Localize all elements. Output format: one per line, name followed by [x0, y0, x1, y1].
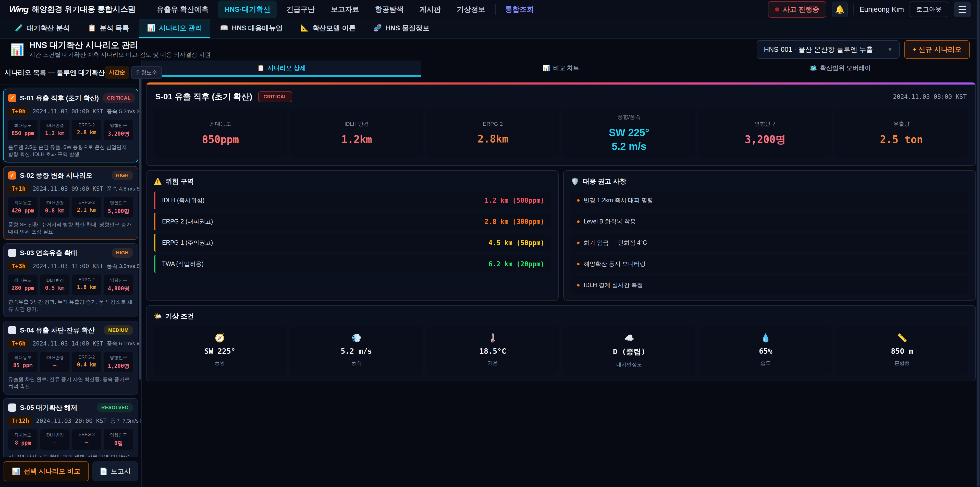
page-header: 📊 HNS 대기확산 시나리오 관리 시간·조건별 대기확산 예측 시나리오 비…	[0, 38, 980, 61]
recommendation-item: IDLH 경계 실시간 측정	[571, 276, 968, 294]
stat-idlh-radius: IDLH반경–	[40, 352, 69, 372]
scenario-checkbox[interactable]	[8, 326, 16, 334]
tab-scenario-detail[interactable]: 📋 시나리오 상세	[142, 61, 422, 77]
divider	[495, 4, 496, 15]
danger-zones-title: 위험 구역	[165, 177, 194, 186]
severity-badge: MEDIUM	[103, 325, 133, 335]
scenario-checkbox[interactable]: ✓	[8, 171, 16, 179]
stat-max-concentration: 최대농도8 ppm	[8, 429, 38, 450]
main-nav: 유출유 확산예측 HNS·대기확산 긴급구난 보고자료 항공탐색 게시판 기상정…	[150, 0, 761, 18]
scenario-wind: 풍속 7.3m/s NW	[110, 417, 142, 425]
nav-item-integrated-search[interactable]: 통합조회	[499, 0, 540, 18]
tab-dispersion-analysis[interactable]: 🧪 대기확산 분석	[6, 19, 78, 38]
danger-zone-row-erpg1: ERPG-1 (주의권고) 4.5 km (50ppm)	[154, 234, 551, 252]
thermometer-icon: 🌡️	[488, 333, 498, 343]
scenario-title: S-04 유출 차단·잔류 확산	[20, 326, 95, 335]
time-offset-badge: T+12h	[8, 416, 32, 426]
divider	[853, 4, 854, 15]
danger-zone-row-erpg2: ERPG-2 (대피권고) 2.8 km (300ppm)	[154, 213, 551, 230]
weather-title: 기상 조건	[165, 312, 194, 321]
chevron-down-icon: ▼	[887, 47, 892, 53]
scenario-title: S-03 연속유출 확대	[20, 249, 77, 257]
warning-icon: ⚠️	[154, 177, 162, 185]
nav-item-aerial-search[interactable]: 항공탐색	[369, 0, 410, 18]
scenario-checkbox[interactable]: ✓	[8, 94, 16, 102]
nav-item-reports[interactable]: 보고자료	[325, 0, 366, 18]
detail-stat-wind: 풍향/풍속 SW 225°5.2 m/s	[563, 109, 695, 158]
stat-idlh-radius: IDLH반경0.8 km	[40, 197, 69, 217]
report-button[interactable]: 📄 보고서	[92, 461, 138, 481]
severity-badge: CRITICAL	[102, 93, 135, 103]
scenario-description: 유출원 차단 완료. 잔류 증기 자연 확산중. 풍속 증가로 희석 촉진.	[8, 376, 133, 390]
nav-item-hns-atmospheric[interactable]: HNS·대기확산	[218, 0, 277, 18]
scenario-description: 톨루엔 2.5톤 순간 유출. SW 풍향으로 온산 산업단지 방향 확산. I…	[8, 144, 133, 158]
scenario-card-s03[interactable]: S-03 연속유출 확대 HIGH T+3h 2024.11.03 11:00 …	[3, 243, 138, 317]
scenario-datetime: 2024.11.03 20:00 KST	[36, 418, 107, 424]
tab-hns-manual[interactable]: 📖 HNS 대응매뉴얼	[212, 19, 291, 38]
scenario-card-s02[interactable]: ✓ S-02 풍향 변화 시나리오 HIGH T+1h 2024.11.03 0…	[3, 166, 138, 240]
danger-zones-panel: ⚠️ 위험 구역 IDLH (즉시위험) 1.2 km (500ppm) ERP…	[146, 170, 558, 300]
tab-hns-substance-info[interactable]: 🧬 HNS 물질정보	[366, 19, 438, 38]
page-scrollbar[interactable]	[977, 0, 980, 487]
nav-item-weather-info[interactable]: 기상정보	[451, 0, 492, 18]
bar-chart-icon: 📊	[12, 467, 20, 475]
scenario-description: 연속유출 3시간 경과. 누적 유출량 증가. 풍속 감소로 체류 시간 증가.	[8, 298, 133, 313]
nav-item-emergency-rescue[interactable]: 긴급구난	[280, 0, 321, 18]
tab-label: 시나리오 관리	[159, 24, 202, 33]
compare-scenarios-button[interactable]: 📊 선택 시나리오 비교	[3, 461, 89, 481]
stat-max-concentration: 최대농도85 ppm	[8, 352, 38, 372]
scenario-title: S-05 대기확산 해제	[20, 403, 77, 412]
stat-affected-population: 영향인구4,800명	[104, 275, 133, 295]
main-panel: 📋 시나리오 상세 📊 비교 차트 🗺️ 확산범위 오버레이 S-01 유출 직…	[142, 61, 980, 487]
notification-bell-button[interactable]: 🔔	[832, 2, 848, 18]
tab-analysis-list[interactable]: 📋 분석 목록	[80, 19, 137, 38]
severity-badge: HIGH	[111, 248, 134, 258]
sort-by-time-button[interactable]: 시간순	[105, 66, 129, 79]
time-offset-badge: T+1h	[8, 184, 29, 193]
tab-scenario-management[interactable]: 📊 시나리오 관리	[139, 19, 210, 38]
stat-idlh-radius: IDLH반경0.5 km	[40, 275, 69, 295]
scenario-detail-panel: S-01 유출 직후 (초기 확산) CRITICAL 2024.11.03 0…	[146, 82, 976, 166]
top-navigation-bar: Wing 해양환경 위기대응 통합시스템 유출유 확산예측 HNS·대기확산 긴…	[0, 0, 980, 19]
bullet-dot-icon	[577, 284, 579, 287]
content: 시나리오 목록 — 톨루엔 대기확산 시간순 위험도순 ✓ S-01 유출 직후…	[0, 61, 980, 487]
detail-stat-erpg2: ERPG-2 2.8km	[426, 109, 559, 158]
scenario-checkbox[interactable]	[8, 404, 16, 412]
logout-button[interactable]: 로그아웃	[910, 2, 948, 17]
ruler-icon: 📏	[897, 333, 907, 343]
tab-dispersion-overlay[interactable]: 🗺️ 확산범위 오버레이	[700, 61, 980, 77]
scenario-card-s05[interactable]: S-05 대기확산 해제 RESOLVED T+12h 2024.11.03 2…	[3, 398, 138, 457]
stat-affected-population: 영향인구1,200명	[104, 352, 133, 372]
tab-comparison-chart[interactable]: 📊 비교 차트	[422, 61, 701, 77]
sidebar-scrollbar[interactable]	[139, 78, 141, 380]
weather-card-temperature: 🌡️ 18.5°C 기온	[426, 326, 559, 375]
tab-model-theory[interactable]: 📐 확산모델 이론	[293, 19, 364, 38]
ruler-icon: 📐	[301, 24, 309, 32]
bell-icon: 🔔	[835, 5, 845, 14]
sidebar-title: 시나리오 목록 — 톨루엔 대기확산	[5, 68, 105, 77]
hamburger-menu-button[interactable]	[954, 2, 971, 18]
brand: Wing 해양환경 위기대응 통합시스템	[9, 4, 135, 14]
document-icon: 📄	[100, 467, 108, 475]
bullet-dot-icon	[577, 263, 579, 265]
scenario-checkbox[interactable]	[8, 249, 16, 257]
sub-tab-bar: 🧪 대기확산 분석 📋 분석 목록 📊 시나리오 관리 📖 HNS 대응매뉴얼 …	[0, 19, 980, 38]
stat-erpg2: ERPG-22.1 km	[72, 197, 101, 217]
tab-label: HNS 대응매뉴얼	[232, 24, 283, 33]
cloud-icon: ☁️	[624, 333, 634, 343]
scenario-card-s04[interactable]: S-04 유출 차단·잔류 확산 MEDIUM T+6h 2024.11.03 …	[3, 321, 138, 394]
sort-by-risk-button[interactable]: 위험도순	[131, 66, 162, 79]
new-scenario-button[interactable]: + 신규 시나리오	[904, 40, 970, 59]
stat-erpg2: ERPG-22.8 km	[72, 120, 101, 140]
scrollbar-thumb[interactable]	[977, 0, 980, 487]
incident-dot-icon	[775, 7, 779, 11]
nav-item-board[interactable]: 게시판	[414, 0, 447, 18]
bullet-dot-icon	[577, 220, 579, 223]
scenario-card-s01[interactable]: ✓ S-01 유출 직후 (초기 확산) CRITICAL T+0h 2024.…	[3, 89, 138, 163]
incident-select[interactable]: HNS-001 · 울산 온산항 톨루엔 누출 ▼	[757, 40, 900, 59]
recommendation-item: 해양확산 동시 모니터링	[571, 255, 968, 273]
wind-icon: 💨	[351, 333, 361, 343]
scenario-wind: 풍속 4.8m/s SE	[107, 185, 142, 192]
sun-cloud-icon: 🌤️	[154, 312, 162, 320]
nav-item-oil-spill-prediction[interactable]: 유출유 확산예측	[150, 0, 215, 18]
